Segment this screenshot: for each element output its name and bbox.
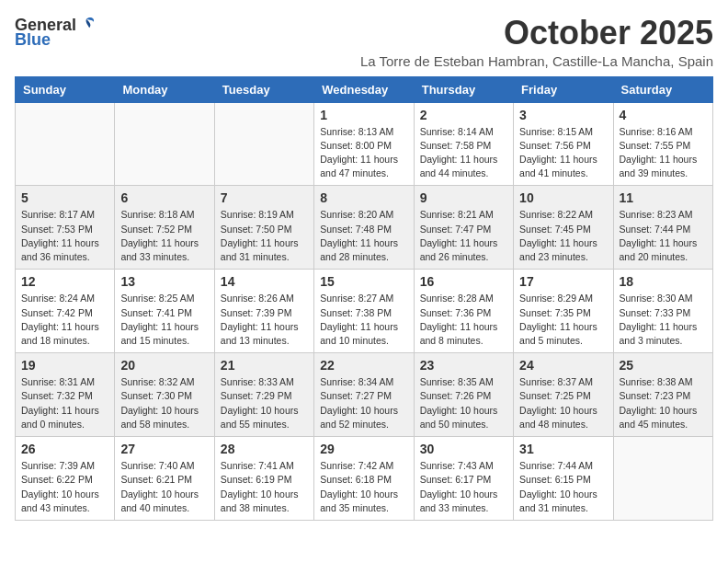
day-info: Sunrise: 8:31 AM Sunset: 7:32 PM Dayligh… [21,375,108,431]
day-info: Sunrise: 8:20 AM Sunset: 7:48 PM Dayligh… [320,208,407,264]
header-thursday: Thursday [414,76,513,102]
day-info: Sunrise: 8:14 AM Sunset: 7:58 PM Dayligh… [420,125,507,181]
table-row: 23Sunrise: 8:35 AM Sunset: 7:26 PM Dayli… [414,353,513,437]
logo-blue: Blue [15,31,51,48]
table-row: 20Sunrise: 8:32 AM Sunset: 7:30 PM Dayli… [115,353,214,437]
header-monday: Monday [115,76,214,102]
table-row: 21Sunrise: 8:33 AM Sunset: 7:29 PM Dayli… [214,353,313,437]
day-number: 19 [21,358,108,373]
day-number: 29 [320,442,407,456]
day-number: 10 [519,190,607,205]
header-row: Sunday Monday Tuesday Wednesday Thursday… [16,76,713,102]
header-friday: Friday [514,76,613,102]
week-row-4: 19Sunrise: 8:31 AM Sunset: 7:32 PM Dayli… [16,353,713,437]
location-title: La Torre de Esteban Hambran, Castille-La… [360,53,713,69]
day-info: Sunrise: 8:24 AM Sunset: 7:42 PM Dayligh… [21,292,108,348]
week-row-1: 1Sunrise: 8:13 AM Sunset: 8:00 PM Daylig… [16,102,713,186]
table-row [115,102,214,186]
day-number: 16 [420,274,507,289]
day-number: 17 [519,274,607,289]
day-info: Sunrise: 8:38 AM Sunset: 7:23 PM Dayligh… [620,375,707,431]
day-info: Sunrise: 8:23 AM Sunset: 7:44 PM Dayligh… [620,208,707,264]
day-info: Sunrise: 8:26 AM Sunset: 7:39 PM Dayligh… [221,292,308,348]
header-saturday: Saturday [613,76,712,102]
day-number: 12 [21,274,108,289]
table-row: 22Sunrise: 8:34 AM Sunset: 7:27 PM Dayli… [314,353,414,437]
day-info: Sunrise: 8:13 AM Sunset: 8:00 PM Dayligh… [320,125,407,181]
day-info: Sunrise: 8:28 AM Sunset: 7:36 PM Dayligh… [420,292,507,348]
day-info: Sunrise: 8:16 AM Sunset: 7:55 PM Dayligh… [620,125,707,181]
day-info: Sunrise: 8:25 AM Sunset: 7:41 PM Dayligh… [120,292,208,348]
title-section: October 2025 La Torre de Esteban Hambran… [360,15,713,69]
day-info: Sunrise: 7:39 AM Sunset: 6:22 PM Dayligh… [21,459,108,515]
day-info: Sunrise: 8:17 AM Sunset: 7:53 PM Dayligh… [21,208,108,264]
table-row: 6Sunrise: 8:18 AM Sunset: 7:52 PM Daylig… [115,186,214,270]
day-number: 24 [519,358,607,373]
table-row: 27Sunrise: 7:40 AM Sunset: 6:21 PM Dayli… [115,437,214,521]
header-tuesday: Tuesday [214,76,313,102]
day-info: Sunrise: 8:15 AM Sunset: 7:56 PM Dayligh… [519,125,607,181]
table-row: 15Sunrise: 8:27 AM Sunset: 7:38 PM Dayli… [314,270,414,353]
day-info: Sunrise: 7:42 AM Sunset: 6:18 PM Dayligh… [320,459,407,515]
table-row: 1Sunrise: 8:13 AM Sunset: 8:00 PM Daylig… [314,102,414,186]
page-header: General Blue October 2025 La Torre de Es… [15,15,713,69]
logo: General Blue [15,15,97,48]
day-number: 2 [420,108,507,122]
table-row: 4Sunrise: 8:16 AM Sunset: 7:55 PM Daylig… [613,102,712,186]
day-info: Sunrise: 8:27 AM Sunset: 7:38 PM Dayligh… [320,292,407,348]
day-info: Sunrise: 8:21 AM Sunset: 7:47 PM Dayligh… [420,208,507,264]
day-info: Sunrise: 8:33 AM Sunset: 7:29 PM Dayligh… [221,375,308,431]
table-row: 8Sunrise: 8:20 AM Sunset: 7:48 PM Daylig… [314,186,414,270]
logo-bird-icon [76,15,97,35]
table-row: 26Sunrise: 7:39 AM Sunset: 6:22 PM Dayli… [16,437,115,521]
table-row: 2Sunrise: 8:14 AM Sunset: 7:58 PM Daylig… [414,102,513,186]
day-number: 7 [221,190,308,205]
header-wednesday: Wednesday [314,76,414,102]
day-number: 27 [120,442,208,456]
table-row [16,102,115,186]
table-row: 24Sunrise: 8:37 AM Sunset: 7:25 PM Dayli… [514,353,613,437]
day-info: Sunrise: 8:30 AM Sunset: 7:33 PM Dayligh… [620,292,707,348]
day-number: 21 [221,358,308,373]
day-info: Sunrise: 7:44 AM Sunset: 6:15 PM Dayligh… [519,459,607,515]
table-row: 9Sunrise: 8:21 AM Sunset: 7:47 PM Daylig… [414,186,513,270]
month-title: October 2025 [360,15,713,52]
day-number: 22 [320,358,407,373]
table-row: 17Sunrise: 8:29 AM Sunset: 7:35 PM Dayli… [514,270,613,353]
day-number: 5 [21,190,108,205]
day-info: Sunrise: 7:43 AM Sunset: 6:17 PM Dayligh… [420,459,507,515]
day-number: 20 [120,358,208,373]
table-row [613,437,712,521]
table-row: 19Sunrise: 8:31 AM Sunset: 7:32 PM Dayli… [16,353,115,437]
day-info: Sunrise: 8:32 AM Sunset: 7:30 PM Dayligh… [120,375,208,431]
day-info: Sunrise: 8:19 AM Sunset: 7:50 PM Dayligh… [221,208,308,264]
day-number: 26 [21,442,108,456]
day-number: 18 [620,274,707,289]
table-row: 31Sunrise: 7:44 AM Sunset: 6:15 PM Dayli… [514,437,613,521]
day-number: 31 [519,442,607,456]
table-row: 16Sunrise: 8:28 AM Sunset: 7:36 PM Dayli… [414,270,513,353]
day-info: Sunrise: 8:34 AM Sunset: 7:27 PM Dayligh… [320,375,407,431]
header-sunday: Sunday [16,76,115,102]
table-row: 28Sunrise: 7:41 AM Sunset: 6:19 PM Dayli… [214,437,313,521]
day-info: Sunrise: 8:22 AM Sunset: 7:45 PM Dayligh… [519,208,607,264]
calendar-table: Sunday Monday Tuesday Wednesday Thursday… [15,76,713,521]
day-number: 28 [221,442,308,456]
table-row: 25Sunrise: 8:38 AM Sunset: 7:23 PM Dayli… [613,353,712,437]
table-row: 29Sunrise: 7:42 AM Sunset: 6:18 PM Dayli… [314,437,414,521]
day-number: 14 [221,274,308,289]
table-row: 7Sunrise: 8:19 AM Sunset: 7:50 PM Daylig… [214,186,313,270]
day-info: Sunrise: 8:37 AM Sunset: 7:25 PM Dayligh… [519,375,607,431]
table-row: 3Sunrise: 8:15 AM Sunset: 7:56 PM Daylig… [514,102,613,186]
table-row: 5Sunrise: 8:17 AM Sunset: 7:53 PM Daylig… [16,186,115,270]
day-info: Sunrise: 8:29 AM Sunset: 7:35 PM Dayligh… [519,292,607,348]
day-number: 23 [420,358,507,373]
day-number: 1 [320,108,407,122]
day-number: 9 [420,190,507,205]
day-number: 11 [620,190,707,205]
table-row: 18Sunrise: 8:30 AM Sunset: 7:33 PM Dayli… [613,270,712,353]
week-row-3: 12Sunrise: 8:24 AM Sunset: 7:42 PM Dayli… [16,270,713,353]
day-number: 30 [420,442,507,456]
day-number: 13 [120,274,208,289]
table-row: 13Sunrise: 8:25 AM Sunset: 7:41 PM Dayli… [115,270,214,353]
